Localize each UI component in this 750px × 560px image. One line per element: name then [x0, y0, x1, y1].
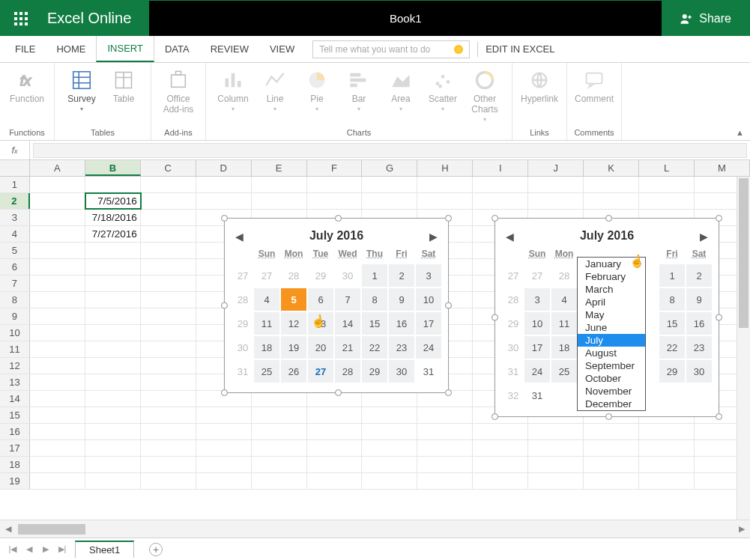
calendar-day[interactable]: 28 — [281, 264, 306, 287]
row-header[interactable]: 7 — [0, 276, 30, 291]
calendar-day[interactable]: 2 — [686, 264, 712, 287]
document-title[interactable]: Book1 — [149, 1, 662, 36]
cell[interactable] — [362, 440, 417, 456]
row-header[interactable]: 17 — [0, 440, 30, 456]
cell[interactable] — [639, 424, 695, 439]
cell[interactable] — [141, 226, 196, 242]
calendar-day[interactable]: 30 — [389, 360, 414, 383]
sheet-next-icon[interactable]: ▶ — [37, 544, 54, 554]
cell[interactable] — [85, 424, 141, 439]
hyperlink-button[interactable]: Hyperlink — [518, 66, 560, 105]
month-option[interactable]: June — [578, 321, 645, 334]
cell[interactable] — [362, 473, 417, 489]
next-month-icon[interactable]: ▶ — [700, 231, 708, 243]
row-header[interactable]: 8 — [0, 292, 30, 308]
cell[interactable] — [528, 473, 584, 489]
cell[interactable] — [584, 424, 639, 439]
calendar-day[interactable]: 21 — [335, 336, 360, 359]
calendar-day[interactable]: 17 — [524, 336, 550, 359]
tab-file[interactable]: FILE — [4, 36, 46, 62]
cell[interactable] — [639, 457, 695, 472]
cell[interactable] — [473, 193, 528, 209]
calendar-day[interactable]: 25 — [551, 360, 577, 383]
cell[interactable] — [141, 325, 196, 341]
office-addins-button[interactable]: Office Add-ins — [157, 66, 199, 115]
cell[interactable] — [417, 407, 473, 423]
cell[interactable] — [307, 473, 363, 489]
cell[interactable] — [141, 210, 196, 225]
calendar-day[interactable]: 31 — [416, 360, 441, 383]
cell[interactable] — [141, 424, 196, 439]
cell[interactable] — [85, 276, 141, 291]
calendar-day[interactable]: 14 — [335, 312, 360, 335]
cell[interactable] — [307, 193, 363, 209]
cell[interactable] — [30, 177, 85, 192]
sheet-last-icon[interactable]: ▶| — [54, 544, 70, 554]
next-month-icon[interactable]: ▶ — [429, 231, 438, 243]
date-picker-1[interactable]: ◀ July 2016 ▶ SunMonTueWedThuFriSat27272… — [224, 218, 449, 393]
cell[interactable] — [30, 243, 85, 258]
calendar-day[interactable]: 28 — [551, 264, 577, 287]
cell[interactable] — [141, 259, 196, 275]
calendar-day[interactable]: 16 — [686, 312, 712, 335]
col-header[interactable]: K — [584, 160, 639, 176]
cell[interactable] — [417, 457, 473, 472]
line-chart-button[interactable]: Line▾ — [254, 66, 296, 112]
cell[interactable] — [528, 440, 584, 456]
calendar-day[interactable]: 25 — [254, 360, 279, 383]
cell[interactable] — [30, 473, 85, 489]
col-header[interactable]: G — [362, 160, 417, 176]
tab-review[interactable]: REVIEW — [200, 36, 259, 62]
row-header[interactable]: 6 — [0, 259, 30, 275]
col-header[interactable]: L — [639, 160, 695, 176]
cell[interactable] — [85, 440, 141, 456]
cell[interactable] — [141, 341, 196, 357]
cell[interactable] — [252, 407, 307, 423]
cell[interactable] — [584, 177, 639, 192]
row-header[interactable]: 15 — [0, 407, 30, 423]
calendar-day[interactable]: 23 — [686, 336, 712, 359]
scatter-chart-button[interactable]: Scatter▾ — [422, 66, 464, 112]
calendar-day[interactable]: 9 — [389, 288, 414, 311]
month-option[interactable]: November — [578, 385, 645, 398]
cell[interactable] — [141, 440, 196, 456]
cell[interactable] — [196, 424, 252, 439]
month-option[interactable]: December — [578, 398, 645, 410]
tab-view[interactable]: VIEW — [259, 36, 305, 62]
month-option[interactable]: October — [578, 372, 645, 385]
calendar-day[interactable]: 10 — [416, 288, 441, 311]
cell[interactable] — [141, 473, 196, 489]
calendar-day[interactable]: 13 — [308, 312, 333, 335]
cell[interactable] — [30, 292, 85, 308]
cell[interactable] — [362, 424, 417, 439]
cell[interactable] — [362, 391, 417, 407]
cell[interactable] — [252, 424, 307, 439]
cell[interactable] — [417, 440, 473, 456]
cell[interactable] — [141, 243, 196, 258]
cell[interactable] — [196, 193, 252, 209]
calendar-day[interactable]: 2 — [389, 264, 414, 287]
bar-chart-button[interactable]: Bar▾ — [338, 66, 380, 112]
formula-input[interactable] — [33, 143, 747, 158]
collapse-ribbon-icon[interactable]: ▲ — [736, 128, 744, 137]
cell[interactable] — [85, 341, 141, 357]
comment-button[interactable]: Comment — [573, 66, 615, 105]
calendar-day[interactable]: 5 — [281, 288, 306, 311]
share-button[interactable]: Share — [662, 1, 749, 36]
cell[interactable] — [528, 193, 584, 209]
calendar-day[interactable]: 30 — [686, 360, 712, 383]
cell[interactable] — [141, 193, 196, 209]
cell[interactable] — [141, 391, 196, 407]
calendar-day[interactable]: 6 — [308, 288, 333, 311]
month-dropdown[interactable]: JanuaryFebruaryMarchAprilMayJuneJulyAugu… — [577, 257, 646, 411]
row-header[interactable]: 10 — [0, 325, 30, 341]
vertical-scrollbar[interactable] — [737, 177, 750, 520]
calendar-day[interactable]: 18 — [551, 336, 577, 359]
calendar-day[interactable]: 15 — [659, 312, 685, 335]
calendar-day[interactable]: 29 — [308, 264, 333, 287]
calendar-day[interactable]: 7 — [335, 288, 360, 311]
cell[interactable] — [252, 391, 307, 407]
cell[interactable] — [639, 473, 695, 489]
calendar-day[interactable]: 29 — [659, 360, 685, 383]
cell[interactable]: 7/5/2016 — [85, 193, 141, 209]
